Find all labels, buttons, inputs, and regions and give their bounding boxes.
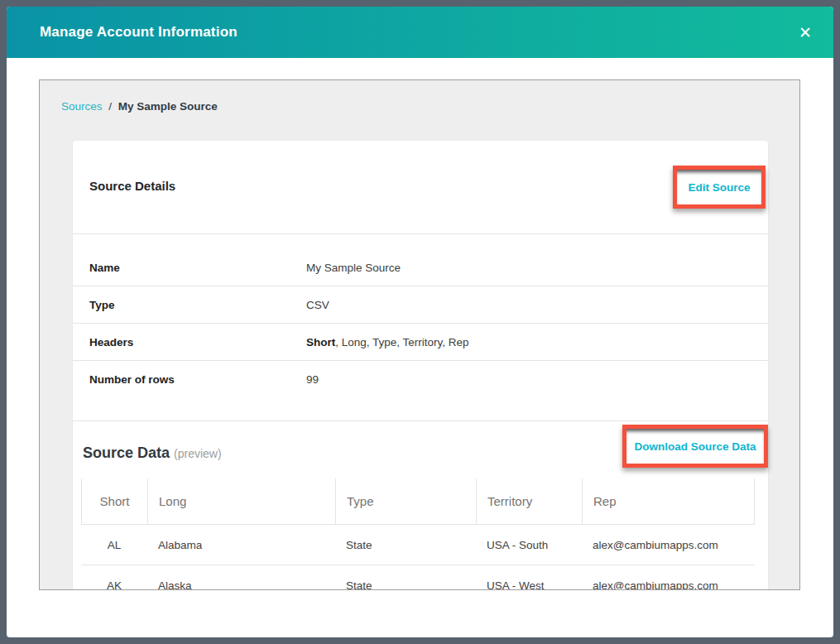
- detail-label: Type: [89, 299, 306, 311]
- cell-type: State: [335, 565, 476, 590]
- detail-value: CSV: [306, 299, 329, 311]
- cell-type: State: [335, 525, 476, 565]
- column-header-rep: Rep: [582, 478, 755, 524]
- detail-value: Short, Long, Type, Territory, Rep: [306, 336, 469, 348]
- breadcrumb-current-page: My Sample Source: [118, 100, 218, 113]
- table-row: AL Alabama State USA - South alex@cambiu…: [81, 525, 755, 565]
- detail-value: My Sample Source: [306, 262, 401, 274]
- detail-row-headers: Headers Short, Long, Type, Territory, Re…: [73, 324, 768, 361]
- detail-row-number-of-rows: Number of rows 99: [73, 361, 768, 398]
- detail-row-type: Type CSV: [73, 286, 768, 324]
- cell-territory: USA - South: [476, 525, 582, 565]
- breadcrumb: Sources / My Sample Source: [61, 100, 218, 113]
- source-data-title-text: Source Data: [83, 445, 170, 461]
- manage-account-modal: Manage Account Information ✕ Sources / M…: [7, 7, 833, 637]
- detail-label: Number of rows: [89, 373, 306, 386]
- headers-first: Short: [306, 336, 335, 348]
- column-header-type: Type: [335, 478, 476, 524]
- cell-short: AL: [81, 525, 147, 565]
- source-data-subtitle: (preview): [174, 447, 222, 460]
- source-details-list: Name My Sample Source Type CSV Headers S…: [73, 249, 768, 398]
- table-body: AL Alabama State USA - South alex@cambiu…: [81, 525, 755, 590]
- edit-source-highlight: Edit Source: [673, 166, 766, 209]
- table-row: AK Alaska State USA - West alex@cambiuma…: [81, 565, 755, 590]
- modal-header: Manage Account Information ✕: [7, 7, 833, 58]
- close-icon[interactable]: ✕: [795, 22, 815, 42]
- source-details-title: Source Details: [89, 179, 175, 193]
- cell-rep: alex@cambiumapps.com: [582, 565, 755, 590]
- detail-value: 99: [306, 373, 319, 386]
- edit-source-button[interactable]: Edit Source: [688, 181, 750, 194]
- breadcrumb-separator: /: [108, 100, 112, 113]
- table-header-row: Short Long Type Territory Rep: [81, 478, 755, 525]
- source-data-title: Source Data(preview): [83, 445, 222, 462]
- cell-rep: alex@cambiumapps.com: [582, 525, 755, 565]
- headers-rest: , Long, Type, Territory, Rep: [335, 336, 468, 348]
- download-source-data-button[interactable]: Download Source Data: [634, 440, 756, 453]
- cell-short: AK: [81, 565, 147, 590]
- column-header-long: Long: [147, 478, 335, 524]
- cell-long: Alaska: [147, 565, 335, 590]
- breadcrumb-sources-link[interactable]: Sources: [61, 100, 103, 113]
- download-source-data-highlight: Download Source Data: [622, 425, 768, 468]
- column-header-short: Short: [81, 478, 147, 524]
- source-details-header: Source Details Edit Source: [73, 141, 768, 234]
- cell-territory: USA - West: [476, 565, 582, 590]
- detail-label: Headers: [89, 336, 306, 348]
- modal-title: Manage Account Information: [40, 24, 238, 41]
- source-data-table: Short Long Type Territory Rep AL Alabama…: [81, 478, 755, 590]
- detail-label: Name: [89, 262, 306, 274]
- column-header-territory: Territory: [476, 478, 582, 524]
- detail-row-name: Name My Sample Source: [73, 249, 768, 286]
- content-panel: Sources / My Sample Source Source Detail…: [39, 79, 800, 590]
- cell-long: Alabama: [147, 525, 335, 565]
- source-card: Source Details Edit Source Name My Sampl…: [73, 141, 768, 590]
